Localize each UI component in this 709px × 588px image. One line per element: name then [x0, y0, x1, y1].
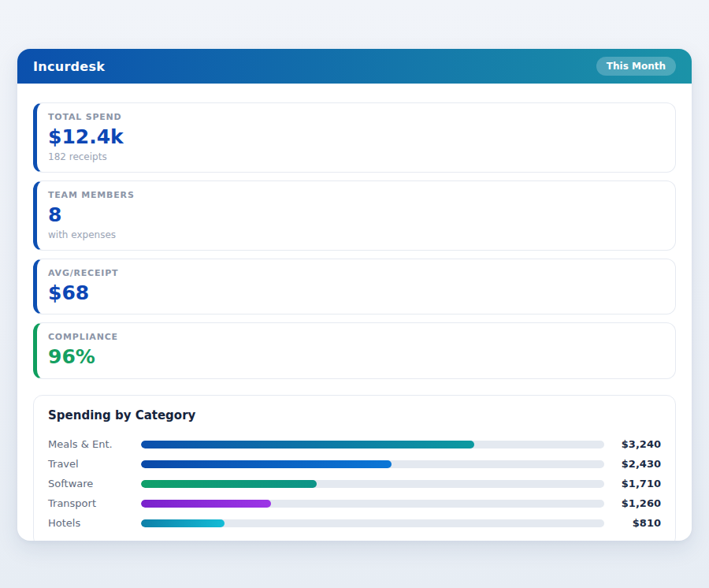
stat-sub: 182 receipts	[48, 151, 661, 162]
bar-fill	[141, 480, 317, 488]
bar-fill	[141, 519, 225, 527]
stat-label: TOTAL SPEND	[48, 112, 661, 122]
category-value: $1,710	[604, 478, 661, 489]
stat-card-compliance: COMPLIANCE 96%	[33, 322, 676, 379]
this-month-badge[interactable]: This Month	[596, 57, 676, 76]
page-background: Incurdesk This Month TOTAL SPEND $12.4k …	[0, 0, 709, 588]
bar-track	[141, 519, 604, 527]
bar-track	[141, 441, 604, 448]
bar-fill	[141, 441, 474, 448]
category-value: $1,260	[604, 497, 661, 509]
stat-card-total-spend: TOTAL SPEND $12.4k 182 receipts	[33, 102, 676, 173]
bar-track	[141, 460, 604, 468]
category-label: Travel	[48, 458, 141, 470]
category-value: $2,430	[604, 458, 661, 470]
stat-card-avg-receipt: AVG/RECEIPT $68	[33, 259, 676, 315]
stat-value: $68	[48, 282, 661, 305]
stat-sub: with expenses	[48, 229, 661, 240]
category-label: Transport	[48, 497, 141, 509]
bar-track	[141, 480, 604, 488]
stat-card-team-members: TEAM MEMBERS 8 with expenses	[33, 180, 676, 251]
chart-row: Meals & Ent. $3,240	[48, 434, 661, 454]
stat-label: AVG/RECEIPT	[48, 268, 661, 278]
bar-fill	[141, 460, 392, 468]
spending-by-category-card: Spending by Category Meals & Ent. $3,240…	[33, 395, 676, 541]
category-label: Software	[48, 478, 141, 489]
category-value: $3,240	[604, 438, 661, 450]
bar-track	[141, 500, 604, 508]
chart-row: Hotels $810	[48, 513, 661, 533]
category-label: Meals & Ent.	[48, 438, 141, 450]
stat-label: TEAM MEMBERS	[48, 190, 661, 200]
chart-row: Transport $1,260	[48, 493, 661, 513]
app-header: Incurdesk This Month	[17, 49, 692, 84]
category-value: $810	[604, 517, 661, 529]
stat-value: $12.4k	[48, 126, 661, 149]
stat-value: 96%	[48, 346, 661, 369]
dashboard-content: TOTAL SPEND $12.4k 182 receipts TEAM MEM…	[17, 84, 692, 541]
app-card: Incurdesk This Month TOTAL SPEND $12.4k …	[17, 49, 692, 541]
chart-row: Software $1,710	[48, 474, 661, 493]
chart-row: Travel $2,430	[48, 454, 661, 474]
bar-fill	[141, 500, 271, 508]
chart-title: Spending by Category	[48, 408, 661, 422]
stat-label: COMPLIANCE	[48, 332, 661, 342]
app-title: Incurdesk	[33, 59, 105, 74]
category-label: Hotels	[48, 517, 141, 529]
stat-value: 8	[48, 204, 661, 227]
